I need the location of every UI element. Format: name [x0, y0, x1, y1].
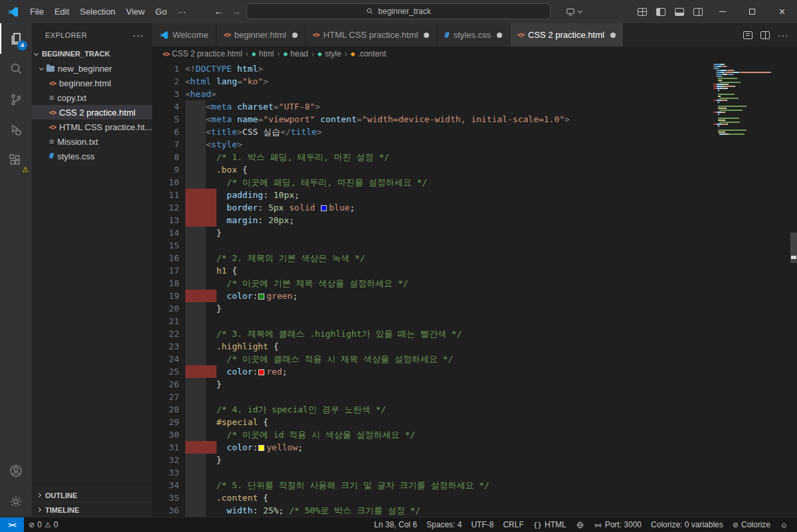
- line-number[interactable]: 13: [152, 214, 185, 226]
- search-activity-icon[interactable]: [0, 54, 32, 84]
- code-line-17[interactable]: 17 h1 {: [152, 264, 797, 277]
- code-line-9[interactable]: 9 .box {: [152, 163, 797, 176]
- forward-icon[interactable]: →: [231, 0, 241, 23]
- line-number[interactable]: 20: [152, 302, 185, 315]
- minimize-button[interactable]: [707, 0, 737, 23]
- tab-css-2-practice-html[interactable]: <>CSS 2 practice.html: [510, 23, 624, 46]
- code-line-12[interactable]: 12 border: 5px solid blue;: [152, 201, 797, 214]
- language-mode[interactable]: {} HTML: [529, 517, 571, 532]
- search-box[interactable]: beginner_track: [246, 3, 551, 19]
- panel-outline[interactable]: OUTLINE: [32, 488, 152, 502]
- line-number[interactable]: 17: [152, 264, 185, 277]
- line-number[interactable]: 3: [152, 88, 185, 100]
- account-icon[interactable]: [0, 456, 32, 486]
- code-line-35[interactable]: 35 .content {: [152, 491, 797, 504]
- code-line-14[interactable]: 14 }: [152, 226, 797, 239]
- line-number[interactable]: 27: [152, 391, 185, 403]
- remote-indicator[interactable]: ><: [0, 517, 24, 532]
- colorize-variables[interactable]: Colorize: 0 variables: [646, 517, 728, 532]
- tab-styles-css[interactable]: #styles.css: [437, 23, 510, 46]
- line-number[interactable]: 1: [152, 62, 185, 75]
- line-number[interactable]: 12: [152, 201, 185, 214]
- code-line-3[interactable]: 3<head>: [152, 88, 797, 100]
- line-number[interactable]: 15: [152, 239, 185, 252]
- code-line-7[interactable]: 7<style>: [152, 138, 797, 151]
- minimap[interactable]: [713, 64, 788, 135]
- code-line-11[interactable]: 11 padding: 10px;: [152, 189, 797, 201]
- workspace-root[interactable]: BEGINNER_TRACK: [32, 46, 152, 61]
- extensions-activity-icon[interactable]: ⚠: [0, 145, 32, 176]
- code-line-24[interactable]: 24 /* 이곳에 클래스 적용 시 제목 색상을 설정하세요 */: [152, 353, 797, 365]
- settings-gear-icon[interactable]: [0, 486, 32, 517]
- port-indicator[interactable]: Port: 3000: [589, 517, 646, 532]
- maximize-button[interactable]: [737, 0, 767, 23]
- problems-indicator[interactable]: ⊘ 0 ⚠ 0: [24, 517, 62, 532]
- source-control-activity-icon[interactable]: [0, 84, 32, 115]
- breadcrumb-content[interactable]: ◆.content: [351, 49, 387, 58]
- line-number[interactable]: 32: [152, 454, 185, 466]
- code-line-21[interactable]: 21: [152, 315, 797, 327]
- color-swatch[interactable]: [258, 369, 264, 375]
- tab-beginner-html[interactable]: <>beginner.html: [217, 23, 306, 46]
- line-number[interactable]: 23: [152, 340, 185, 353]
- line-number[interactable]: 14: [152, 226, 185, 239]
- back-icon[interactable]: ←: [214, 0, 224, 23]
- open-preview-icon[interactable]: [743, 31, 753, 39]
- line-number[interactable]: 2: [152, 75, 185, 88]
- line-number[interactable]: 35: [152, 491, 185, 504]
- menu-view[interactable]: View: [121, 0, 150, 23]
- explorer-item-beginner-html[interactable]: <>beginner.html: [32, 76, 152, 90]
- code-line-26[interactable]: 26 }: [152, 378, 797, 391]
- line-number[interactable]: 31: [152, 441, 185, 454]
- line-number[interactable]: 26: [152, 378, 185, 391]
- panel-timeline[interactable]: TIMELINE: [32, 502, 152, 517]
- line-number[interactable]: 18: [152, 277, 185, 290]
- screencast-control[interactable]: [565, 0, 582, 23]
- line-number[interactable]: 6: [152, 126, 185, 138]
- line-number[interactable]: 4: [152, 100, 185, 113]
- code-line-2[interactable]: 2<html lang="ko">: [152, 75, 797, 88]
- code-line-20[interactable]: 20 }: [152, 302, 797, 315]
- tab-html-css-practice-html[interactable]: <>HTML CSS practice.html: [306, 23, 438, 46]
- cursor-position[interactable]: Ln 38, Col 6: [369, 517, 422, 532]
- color-swatch[interactable]: [321, 205, 327, 211]
- explorer-activity-icon[interactable]: 4: [0, 23, 32, 54]
- code-line-15[interactable]: 15: [152, 239, 797, 252]
- line-number[interactable]: 34: [152, 479, 185, 491]
- code-line-27[interactable]: 27: [152, 391, 797, 403]
- code-line-10[interactable]: 10 /* 이곳에 패딩, 테두리, 마진을 설정하세요 */: [152, 176, 797, 189]
- notifications-bell[interactable]: [775, 517, 793, 532]
- toggle-secondary-sidebar-icon[interactable]: [693, 8, 703, 16]
- line-number[interactable]: 30: [152, 428, 185, 441]
- line-number[interactable]: 24: [152, 353, 185, 365]
- explorer-item-styles-css[interactable]: #styles.css: [32, 149, 152, 163]
- code-line-4[interactable]: 4<meta charset="UTF-8">: [152, 100, 797, 113]
- explorer-item-css-2-practice-html[interactable]: <>CSS 2 practice.html: [32, 105, 152, 120]
- breadcrumb-css-2-practice-html[interactable]: <>CSS 2 practice.html: [163, 49, 242, 58]
- explorer-item-mission-txt[interactable]: ≡Mission.txt: [32, 134, 152, 149]
- menu-go[interactable]: Go: [150, 0, 172, 23]
- line-number[interactable]: 16: [152, 252, 185, 264]
- explorer-item-copy-txt[interactable]: ≡copy.txt: [32, 90, 152, 105]
- indentation-setting[interactable]: Spaces: 4: [422, 517, 466, 532]
- line-number[interactable]: 29: [152, 416, 185, 428]
- code-line-29[interactable]: 29 #special {: [152, 416, 797, 428]
- breadcrumb-head[interactable]: ◆head: [283, 49, 308, 58]
- code-line-34[interactable]: 34 /* 5. 단위를 적절히 사용해 크기 및 글자 크기를 설정하세요 *…: [152, 479, 797, 491]
- explorer-item-html-css-practice-ht[interactable]: <>HTML CSS practice.ht...: [32, 120, 152, 134]
- code-line-25[interactable]: 25 color:red;: [152, 365, 797, 378]
- line-number[interactable]: 33: [152, 466, 185, 479]
- line-number[interactable]: 9: [152, 163, 185, 176]
- split-editor-icon[interactable]: [760, 31, 770, 39]
- code-line-23[interactable]: 23 .highlight {: [152, 340, 797, 353]
- toggle-panel-icon[interactable]: [675, 8, 684, 16]
- more-actions-icon[interactable]: ···: [778, 30, 789, 41]
- line-number[interactable]: 5: [152, 113, 185, 126]
- encoding-setting[interactable]: UTF-8: [466, 517, 498, 532]
- code-line-8[interactable]: 8 /* 1. 박스 패딩, 테두리, 마진 설정 */: [152, 151, 797, 163]
- code-line-32[interactable]: 32 }: [152, 454, 797, 466]
- code-line-22[interactable]: 22 /* 3. 제목에 클래스 .highlight가 있을 때는 빨간색 *…: [152, 327, 797, 340]
- code-line-5[interactable]: 5<meta name="viewport" content="width=de…: [152, 113, 797, 126]
- line-number[interactable]: 21: [152, 315, 185, 327]
- run-debug-activity-icon[interactable]: [0, 115, 32, 145]
